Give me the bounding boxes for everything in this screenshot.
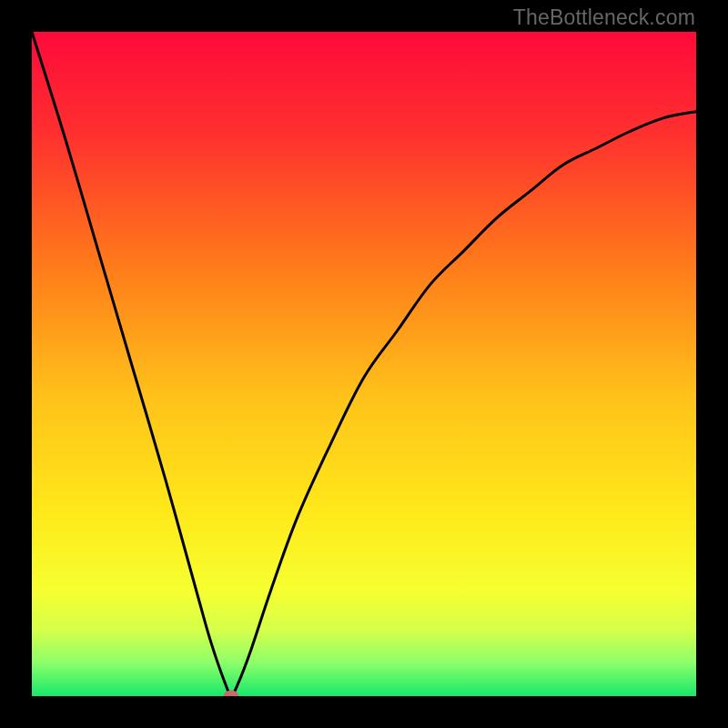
min-point-marker [224, 690, 238, 696]
watermark-text: TheBottleneck.com [513, 5, 695, 30]
plot-area [32, 32, 696, 696]
curve-path [32, 32, 696, 695]
bottleneck-curve [32, 32, 696, 696]
chart-frame: TheBottleneck.com [0, 0, 728, 728]
